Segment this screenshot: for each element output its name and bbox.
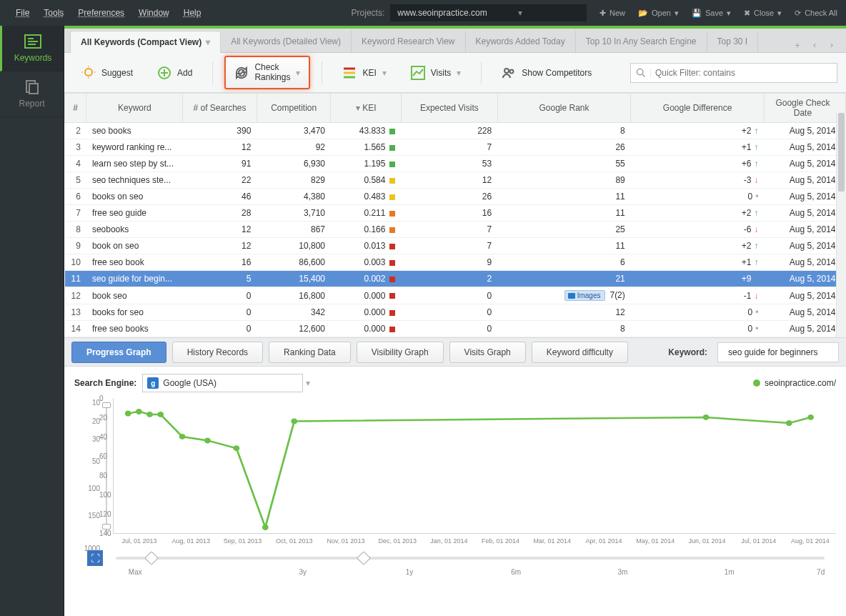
check-rankings-button[interactable]: Check Rankings ▾ (224, 56, 310, 89)
svg-point-27 (204, 437, 211, 443)
divider (212, 61, 213, 84)
tab-top30[interactable]: Top 30 I (707, 31, 759, 52)
chevron-down-icon: ▾ (518, 8, 522, 18)
tab-top10[interactable]: Top 10 In Any Search Engine (576, 31, 707, 52)
col-keyword[interactable]: Keyword (86, 94, 183, 123)
tab-scroll-right[interactable]: › (825, 38, 839, 52)
table-row[interactable]: 7free seo guide283,7100.2111611+2↑Aug 5,… (65, 205, 846, 222)
svg-point-18 (504, 69, 509, 73)
chevron-down-icon: ▾ (382, 68, 387, 78)
suggest-button[interactable]: Suggest (73, 60, 141, 86)
close-button[interactable]: ✖Close ▾ (744, 9, 782, 18)
col-number[interactable]: # (65, 94, 86, 123)
projects-value: www.seoinpractice.com (397, 8, 487, 18)
tab-keywords-added-today[interactable]: Keywords Added Today (466, 31, 576, 52)
table-row[interactable]: 3keyword ranking re...12921.565726+1↑Aug… (65, 139, 846, 156)
keywords-icon (24, 34, 41, 49)
col-searches[interactable]: # of Searches (183, 94, 257, 123)
plus-icon: ✚ (599, 9, 606, 18)
search-engine-dropdown[interactable]: g Google (USA) (142, 374, 303, 392)
chevron-down-icon: ▾ (206, 37, 210, 47)
subtab-visibility-graph[interactable]: Visibility Graph (357, 342, 444, 363)
table-row[interactable]: 12book seo016,8000.0000Images7(2)-1↓Aug … (65, 287, 846, 304)
bars-icon (342, 66, 357, 80)
legend-dot-icon (753, 379, 760, 387)
expand-chart-button[interactable]: ⛶ (87, 550, 103, 566)
table-row[interactable]: 11seo guide for begin...515,4000.002221+… (65, 271, 846, 287)
col-google-difference[interactable]: Google Difference (631, 94, 765, 123)
sidebar: Keywords Report (0, 26, 64, 616)
show-competitors-button[interactable]: Show Competitors (493, 60, 600, 86)
quick-filter-input[interactable] (651, 64, 837, 82)
menu-tools[interactable]: Tools (36, 4, 71, 22)
projects-dropdown[interactable]: www.seoinpractice.com ▾ (390, 4, 587, 21)
table-row[interactable]: 10free seo book1686,6000.00396+1↑Aug 5, … (65, 254, 846, 271)
x-axis-slider[interactable]: ⛶ (74, 548, 836, 568)
svg-point-28 (233, 445, 239, 451)
table-row[interactable]: 8seobooks128670.166725-6↓Aug 5, 2014 (65, 222, 846, 238)
tab-keyword-research[interactable]: Keyword Research View (352, 31, 466, 52)
table-row[interactable]: 14free seo books012,6000.000080•Aug 5, 2… (65, 321, 846, 337)
table-row[interactable]: 6books on seo464,3800.48326110•Aug 5, 20… (65, 189, 846, 205)
chevron-down-icon: ▾ (306, 378, 310, 388)
subtab-keyword-difficulty[interactable]: Keyword difficulty (532, 342, 628, 363)
toolbar: Suggest Add Check Rankings ▾ KEI ▾ Visit… (64, 53, 846, 93)
check-all-button[interactable]: ⟳Check All (795, 9, 837, 18)
svg-point-24 (146, 412, 153, 417)
save-button[interactable]: 💾Save ▾ (692, 9, 731, 18)
subtab-progress-graph[interactable]: Progress Graph (71, 342, 166, 363)
scrollbar-thumb[interactable] (838, 113, 845, 192)
svg-point-26 (179, 434, 186, 439)
menu-window[interactable]: Window (131, 4, 176, 22)
col-google-rank[interactable]: Google Rank (497, 94, 631, 123)
content: All Keywords (Compact View)▾ All Keyword… (64, 26, 846, 616)
col-competition[interactable]: Competition (257, 94, 331, 123)
table-row[interactable]: 13books for seo03420.0000120•Aug 5, 2014 (65, 304, 846, 321)
projects-label: Projects: (352, 8, 385, 18)
menu-file[interactable]: File (9, 4, 36, 22)
svg-point-30 (291, 418, 297, 424)
report-icon (24, 80, 41, 94)
table-row[interactable]: 4learn seo step by st...916,9301.1955355… (65, 156, 846, 172)
kei-button[interactable]: KEI ▾ (334, 60, 394, 86)
table-scrollbar[interactable] (836, 113, 846, 337)
people-icon (502, 66, 516, 80)
keyword-table: # Keyword # of Searches Competition ▾ KE… (64, 93, 846, 337)
tab-all-keywords-compact[interactable]: All Keywords (Compact View)▾ (70, 31, 221, 53)
lightbulb-icon (81, 66, 96, 80)
open-button[interactable]: 📂Open ▾ (638, 9, 679, 18)
sidebar-item-keywords[interactable]: Keywords (0, 26, 64, 71)
plus-circle-icon (157, 66, 171, 80)
subtab-history-records[interactable]: History Records (172, 342, 263, 363)
quick-filter[interactable] (630, 63, 837, 83)
svg-point-33 (807, 414, 814, 420)
svg-point-25 (157, 412, 164, 417)
tab-scroll-left[interactable]: ‹ (807, 38, 822, 52)
col-kei[interactable]: ▾ KEI (331, 94, 401, 123)
chart-plot: 020406080100120140Jul, 01 2013Aug, 01 20… (113, 398, 836, 534)
menu-help[interactable]: Help (176, 4, 209, 22)
svg-point-19 (510, 69, 514, 73)
visits-button[interactable]: Visits ▾ (402, 60, 469, 86)
add-button[interactable]: Add (149, 60, 201, 86)
tab-add-button[interactable]: ＋ (790, 38, 805, 52)
x-slider-ticks: Max3y1y6m3m1m7d (74, 568, 836, 580)
col-expected-visits[interactable]: Expected Visits (401, 94, 497, 123)
subtab-ranking-data[interactable]: Ranking Data (269, 342, 351, 363)
table-row[interactable]: 9book on seo1210,8000.013711+2↑Aug 5, 20… (65, 238, 846, 254)
new-button[interactable]: ✚New (599, 9, 625, 18)
divider (481, 61, 482, 84)
subtab-visits-graph[interactable]: Visits Graph (449, 342, 526, 363)
chart-panel: Search Engine: g Google (USA) ▾ seoinpra… (64, 366, 846, 616)
table-row[interactable]: 5seo techniques ste...228290.5841289-3↓A… (65, 172, 846, 189)
keyword-label: Keyword: (668, 347, 707, 357)
col-google-check-date[interactable]: Google Check Date (764, 94, 845, 123)
sidebar-item-report[interactable]: Report (0, 71, 64, 117)
tab-all-keywords-detailed[interactable]: All Keywords (Detailed View) (221, 31, 352, 52)
table-row[interactable]: 2seo books3903,47043.8332288+2↑Aug 5, 20… (65, 123, 846, 139)
menu-preferences[interactable]: Preferences (71, 4, 131, 22)
svg-point-23 (136, 409, 142, 414)
svg-point-31 (703, 414, 710, 420)
save-icon: 💾 (692, 9, 702, 18)
divider (322, 61, 322, 84)
